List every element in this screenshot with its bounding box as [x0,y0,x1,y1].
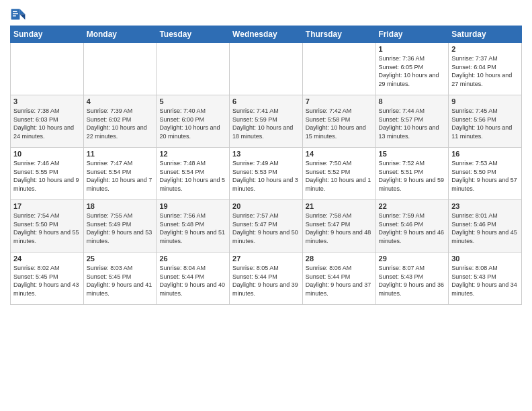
calendar-cell [11,43,84,95]
day-number: 24 [13,255,81,263]
calendar-cell: 11Sunrise: 7:47 AM Sunset: 5:54 PM Dayli… [83,148,157,200]
calendar-cell: 2Sunrise: 7:37 AM Sunset: 6:04 PM Daylig… [449,43,522,95]
calendar-header-row: SundayMondayTuesdayWednesdayThursdayFrid… [11,26,522,43]
day-number: 19 [159,202,226,210]
day-info: Sunrise: 7:36 AM Sunset: 6:05 PM Dayligh… [379,54,446,88]
calendar-cell: 22Sunrise: 7:59 AM Sunset: 5:46 PM Dayli… [375,200,449,253]
calendar-cell: 3Sunrise: 7:38 AM Sunset: 6:03 PM Daylig… [11,95,84,148]
calendar-cell: 30Sunrise: 8:08 AM Sunset: 5:43 PM Dayli… [449,253,522,305]
day-info: Sunrise: 7:37 AM Sunset: 6:04 PM Dayligh… [451,54,519,88]
day-number: 29 [379,255,446,263]
day-number: 10 [13,150,81,158]
day-info: Sunrise: 8:08 AM Sunset: 5:43 PM Dayligh… [451,264,519,298]
day-number: 21 [306,202,373,210]
svg-rect-2 [11,9,20,19]
day-number: 15 [379,150,446,158]
weekday-header-monday: Monday [83,26,157,43]
day-number: 2 [451,45,519,53]
calendar-cell: 25Sunrise: 8:03 AM Sunset: 5:45 PM Dayli… [83,253,157,305]
day-number: 26 [159,255,226,263]
calendar-cell: 29Sunrise: 8:07 AM Sunset: 5:43 PM Dayli… [375,253,449,305]
day-info: Sunrise: 7:41 AM Sunset: 5:59 PM Dayligh… [232,107,300,140]
calendar-cell: 9Sunrise: 7:45 AM Sunset: 5:56 PM Daylig… [449,95,522,148]
day-info: Sunrise: 7:39 AM Sunset: 6:02 PM Dayligh… [87,107,154,140]
day-number: 22 [379,202,446,210]
calendar-cell: 26Sunrise: 8:04 AM Sunset: 5:44 PM Dayli… [157,253,230,305]
day-info: Sunrise: 7:49 AM Sunset: 5:53 PM Dayligh… [232,159,300,193]
day-info: Sunrise: 7:55 AM Sunset: 5:49 PM Dayligh… [87,212,154,245]
calendar-cell [230,43,303,95]
svg-rect-4 [13,13,18,15]
svg-rect-5 [13,15,16,17]
calendar-cell: 19Sunrise: 7:56 AM Sunset: 5:48 PM Dayli… [157,200,230,253]
calendar-cell: 17Sunrise: 7:54 AM Sunset: 5:50 PM Dayli… [11,200,84,253]
weekday-header-friday: Friday [375,26,449,43]
calendar-cell [302,43,375,95]
calendar-cell: 20Sunrise: 7:57 AM Sunset: 5:47 PM Dayli… [230,200,303,253]
calendar-cell: 1Sunrise: 7:36 AM Sunset: 6:05 PM Daylig… [375,43,449,95]
calendar-cell: 5Sunrise: 7:40 AM Sunset: 6:00 PM Daylig… [157,95,230,148]
day-info: Sunrise: 7:46 AM Sunset: 5:55 PM Dayligh… [13,159,81,193]
day-number: 8 [379,97,446,105]
day-number: 1 [379,45,446,53]
day-info: Sunrise: 8:01 AM Sunset: 5:46 PM Dayligh… [451,212,519,245]
day-info: Sunrise: 7:50 AM Sunset: 5:52 PM Dayligh… [306,159,373,193]
day-number: 27 [232,255,300,263]
calendar-cell: 27Sunrise: 8:05 AM Sunset: 5:44 PM Dayli… [230,253,303,305]
calendar-cell: 10Sunrise: 7:46 AM Sunset: 5:55 PM Dayli… [11,148,84,200]
week-row-3: 17Sunrise: 7:54 AM Sunset: 5:50 PM Dayli… [11,200,522,253]
day-number: 3 [13,97,81,105]
day-info: Sunrise: 8:02 AM Sunset: 5:45 PM Dayligh… [13,264,81,298]
day-number: 20 [232,202,300,210]
day-info: Sunrise: 7:40 AM Sunset: 6:00 PM Dayligh… [159,107,226,140]
day-number: 6 [232,97,300,105]
calendar-cell: 8Sunrise: 7:44 AM Sunset: 5:57 PM Daylig… [375,95,449,148]
svg-marker-1 [19,14,25,19]
calendar-cell: 28Sunrise: 8:06 AM Sunset: 5:44 PM Dayli… [302,253,375,305]
week-row-2: 10Sunrise: 7:46 AM Sunset: 5:55 PM Dayli… [11,148,522,200]
calendar-cell [157,43,230,95]
day-info: Sunrise: 7:54 AM Sunset: 5:50 PM Dayligh… [13,212,81,245]
calendar-cell: 23Sunrise: 8:01 AM Sunset: 5:46 PM Dayli… [449,200,522,253]
svg-marker-0 [19,9,25,14]
calendar-cell: 6Sunrise: 7:41 AM Sunset: 5:59 PM Daylig… [230,95,303,148]
day-info: Sunrise: 7:52 AM Sunset: 5:51 PM Dayligh… [379,159,446,193]
day-info: Sunrise: 7:47 AM Sunset: 5:54 PM Dayligh… [87,159,154,193]
day-number: 14 [306,150,373,158]
day-info: Sunrise: 8:04 AM Sunset: 5:44 PM Dayligh… [159,264,226,298]
day-number: 28 [306,255,373,263]
logo [10,7,29,23]
logo-icon [10,7,26,23]
day-info: Sunrise: 8:05 AM Sunset: 5:44 PM Dayligh… [232,264,300,298]
week-row-0: 1Sunrise: 7:36 AM Sunset: 6:05 PM Daylig… [11,43,522,95]
day-info: Sunrise: 7:45 AM Sunset: 5:56 PM Dayligh… [451,107,519,140]
day-info: Sunrise: 7:48 AM Sunset: 5:54 PM Dayligh… [159,159,226,193]
day-info: Sunrise: 7:53 AM Sunset: 5:50 PM Dayligh… [451,159,519,193]
weekday-header-wednesday: Wednesday [230,26,303,43]
day-number: 7 [306,97,373,105]
day-info: Sunrise: 7:44 AM Sunset: 5:57 PM Dayligh… [379,107,446,140]
week-row-1: 3Sunrise: 7:38 AM Sunset: 6:03 PM Daylig… [11,95,522,148]
day-info: Sunrise: 7:59 AM Sunset: 5:46 PM Dayligh… [379,212,446,245]
calendar-cell: 14Sunrise: 7:50 AM Sunset: 5:52 PM Dayli… [302,148,375,200]
day-info: Sunrise: 8:07 AM Sunset: 5:43 PM Dayligh… [379,264,446,298]
week-row-4: 24Sunrise: 8:02 AM Sunset: 5:45 PM Dayli… [11,253,522,305]
calendar-cell: 24Sunrise: 8:02 AM Sunset: 5:45 PM Dayli… [11,253,84,305]
day-number: 30 [451,255,519,263]
day-number: 25 [87,255,154,263]
weekday-header-sunday: Sunday [11,26,84,43]
day-number: 9 [451,97,519,105]
day-info: Sunrise: 8:06 AM Sunset: 5:44 PM Dayligh… [306,264,373,298]
calendar-table: SundayMondayTuesdayWednesdayThursdayFrid… [10,26,522,305]
day-number: 5 [159,97,226,105]
day-info: Sunrise: 7:56 AM Sunset: 5:48 PM Dayligh… [159,212,226,245]
day-number: 4 [87,97,154,105]
calendar-cell: 7Sunrise: 7:42 AM Sunset: 5:58 PM Daylig… [302,95,375,148]
calendar-cell [83,43,157,95]
svg-rect-3 [13,11,17,12]
day-number: 12 [159,150,226,158]
calendar-cell: 18Sunrise: 7:55 AM Sunset: 5:49 PM Dayli… [83,200,157,253]
calendar-cell: 15Sunrise: 7:52 AM Sunset: 5:51 PM Dayli… [375,148,449,200]
weekday-header-tuesday: Tuesday [157,26,230,43]
day-info: Sunrise: 7:57 AM Sunset: 5:47 PM Dayligh… [232,212,300,245]
